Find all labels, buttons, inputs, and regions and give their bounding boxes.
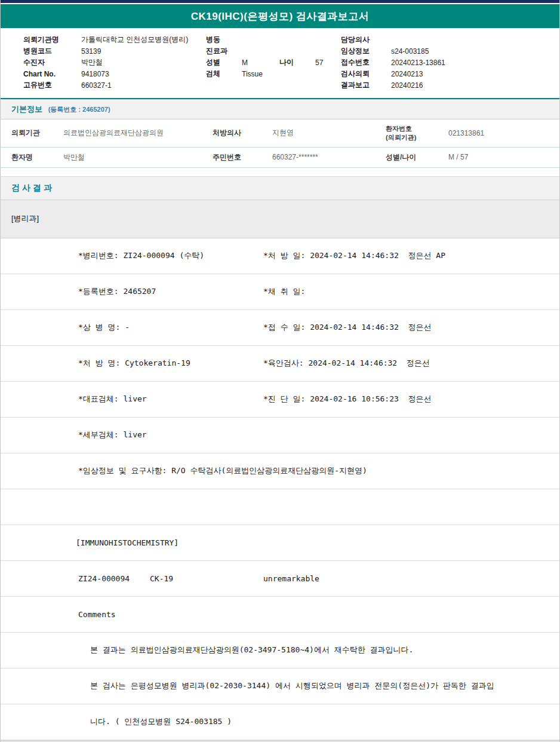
sub-specimen-text: *세부검체: liver — [78, 430, 263, 440]
clinical-info-text: *임상정보 및 요구사항: R/O 수탁검사(의료법인삼광의료재단삼광의원-지현… — [78, 465, 367, 476]
header-left-column: 의뢰기관명 가톨릭대학교 인천성모병원(병리) 병원코드 53139 수진자 박… — [23, 34, 206, 91]
request-date-field: 검사의뢰 20240213 — [341, 68, 552, 79]
report-title: CK19(IHC)(은평성모) 검사결과보고서 — [191, 10, 370, 23]
clinical-info-field: 임상정보 s24-003185 — [341, 45, 552, 57]
comment-text-3: 니다. ( 인천성모병원 S24-003185 ) — [90, 716, 232, 727]
patient-name-value: 박만철 — [57, 147, 207, 167]
chart-no-label: Chart No. — [23, 70, 81, 78]
diagnosis-date-text: *진 단 일: 2024-02-16 10:56:23 정은선 — [263, 394, 559, 404]
department-label: 진료과 — [206, 46, 242, 56]
doctor-label: 담당의사 — [341, 35, 391, 45]
gross-exam-text: *육안검사: 2024-02-14 14:46:32 정은선 — [263, 358, 559, 369]
patient-name-label: 환자명 — [1, 147, 57, 167]
patient-id-label: 환자번호 (의뢰기관) — [380, 119, 442, 147]
request-date-label: 검사의뢰 — [341, 69, 391, 79]
bottom-edge-bar — [1, 740, 559, 742]
sex-value: M — [242, 59, 279, 67]
basic-info-row-2: 환자명 박만철 주민번호 660327-******* 성별/나이 M / 57 — [1, 147, 559, 167]
resident-id-label: 주민번호 — [207, 147, 266, 167]
disease-name-text: *상 병 명: - — [78, 322, 263, 333]
sex-age-row-label: 성별/나이 — [380, 147, 442, 167]
top-window-bar — [1, 0, 559, 3]
row-comment-2: 본 검사는 은평성모병원 병리과(02-2030-3144) 에서 시행되었으며… — [1, 669, 559, 704]
unique-no-label: 고유번호 — [23, 80, 81, 90]
unique-no-value: 660327-1 — [81, 81, 112, 90]
ihc-test-name: CK-19 — [150, 574, 263, 583]
row-empty — [1, 489, 559, 525]
org-name-field: 의뢰기관명 가톨릭대학교 인천성모병원(병리) — [23, 34, 206, 45]
header-right-column: 담당의사 임상정보 s24-003185 접수번호 20240213-13861… — [341, 34, 552, 91]
org-name-label: 의뢰기관명 — [23, 35, 81, 45]
sex-label: 성별 — [206, 57, 242, 68]
request-date-value: 20240213 — [391, 70, 423, 78]
results-section-header: 검 사 결 과 — [1, 176, 559, 200]
basic-info-row-1: 의뢰기관 의료법인삼광의료재단삼광의원 처방의사 지현영 환자번호 (의뢰기관)… — [1, 119, 559, 147]
specimen-label: 검체 — [206, 69, 242, 79]
order-date-text: *처 방 일: 2024-02-14 14:46:32 정은선 AP — [263, 250, 559, 261]
row-disease-name: *상 병 명: - *접 수 일: 2024-02-14 14:46:32 정은… — [1, 310, 559, 346]
report-date-label: 결과보고 — [341, 80, 391, 90]
collection-date-text: *채 취 일: — [263, 286, 559, 297]
row-ihc-header: [IMMUNOHISTOCHEMISTRY] — [1, 525, 559, 561]
hospital-code-value: 53139 — [81, 47, 101, 56]
pathology-department-label: [병리과] — [11, 213, 39, 224]
report-page: CK19(IHC)(은평성모) 검사결과보고서 의뢰기관명 가톨릭대학교 인천성… — [0, 0, 560, 742]
row-comments-label: Comments — [1, 597, 559, 633]
specimen-value: Tissue — [242, 70, 263, 78]
results-title: 검 사 결 과 — [11, 183, 52, 192]
basic-info-section-header: 기본정보 (등록번호 : 2465207) — [1, 99, 559, 119]
row-comment-3: 니다. ( 인천성모병원 S24-003185 ) — [1, 704, 559, 740]
pathology-no-text: *병리번호: ZI24-000094 (수탁) — [78, 250, 263, 261]
row-clinical-info: *임상정보 및 요구사항: R/O 수탁검사(의료법인삼광의료재단삼광의원-지현… — [1, 453, 559, 489]
org-name-value: 가톨릭대학교 인천성모병원(병리) — [81, 35, 188, 45]
basic-info-title: 기본정보 — [11, 105, 42, 114]
sex-age-field: 성별 M 나이 57 — [206, 57, 341, 68]
registration-number: (등록번호 : 2465207) — [48, 106, 110, 113]
header-middle-column: 병동 진료과 성별 M 나이 57 검체 Tissue — [206, 34, 341, 91]
hospital-code-label: 병원코드 — [23, 46, 81, 56]
chart-no-value: 9418073 — [81, 70, 109, 78]
unique-no-field: 고유번호 660327-1 — [23, 79, 206, 91]
doctor-field: 담당의사 — [341, 34, 552, 45]
clinical-info-label: 임상정보 — [341, 46, 391, 56]
basic-info-table: 의뢰기관 의료법인삼광의료재단삼광의원 처방의사 지현영 환자번호 (의뢰기관)… — [1, 119, 559, 168]
row-ihc-result: ZI24-000094 CK-19 unremarkable — [1, 561, 559, 597]
receipt-no-value: 20240213-13861 — [391, 59, 445, 67]
patient-value: 박만철 — [81, 57, 103, 68]
referring-org-value: 의료법인삼광의료재단삼광의원 — [57, 119, 207, 147]
patient-label: 수진자 — [23, 57, 81, 68]
patient-header: 의뢰기관명 가톨릭대학교 인천성모병원(병리) 병원코드 53139 수진자 박… — [1, 28, 559, 98]
row-main-specimen: *대표검체: liver *진 단 일: 2024-02-16 10:56:23… — [1, 382, 559, 418]
clinical-info-value: s24-003185 — [391, 47, 429, 56]
age-label: 나이 — [279, 57, 315, 68]
chart-no-field: Chart No. 9418073 — [23, 68, 206, 79]
department-row: [병리과] — [1, 200, 559, 238]
department-field: 진료과 — [206, 45, 341, 57]
receipt-date-text: *접 수 일: 2024-02-14 14:46:32 정은선 — [263, 322, 559, 333]
report-date-field: 결과보고 20240216 — [341, 79, 552, 91]
prescriber-value: 지현영 — [266, 119, 380, 147]
age-value: 57 — [315, 59, 323, 67]
report-date-value: 20240216 — [391, 81, 423, 90]
resident-id-value: 660327-******* — [266, 147, 380, 167]
referring-org-label: 의뢰기관 — [1, 119, 57, 147]
registration-no-text: *등록번호: 2465207 — [78, 286, 263, 297]
order-name-text: *처 방 명: Cytokeratin-19 — [78, 358, 263, 369]
ward-field: 병동 — [206, 34, 341, 45]
main-specimen-text: *대표검체: liver — [78, 394, 263, 404]
row-comment-1: 본 결과는 의료법인삼광의료재단삼광의원(02-3497-5180~4)에서 재… — [1, 633, 559, 669]
receipt-no-label: 접수번호 — [341, 57, 391, 68]
row-registration-no: *등록번호: 2465207 *채 취 일: — [1, 274, 559, 310]
comment-text-1: 본 결과는 의료법인삼광의료재단삼광의원(02-3497-5180~4)에서 재… — [90, 645, 413, 655]
ihc-header-text: [IMMUNOHISTOCHEMISTRY] — [76, 538, 179, 547]
comment-text-2: 본 검사는 은평성모병원 병리과(02-2030-3144) 에서 시행되었으며… — [90, 680, 494, 691]
row-pathology-no: *병리번호: ZI24-000094 (수탁) *처 방 일: 2024-02-… — [1, 238, 559, 274]
row-order-name: *처 방 명: Cytokeratin-19 *육안검사: 2024-02-14… — [1, 346, 559, 382]
patient-field: 수진자 박만철 — [23, 57, 206, 68]
patient-id-value: 021313861 — [442, 119, 559, 147]
ward-label: 병동 — [206, 35, 242, 45]
ihc-result-value: unremarkable — [263, 574, 319, 583]
sex-age-row-value: M / 57 — [442, 147, 559, 167]
report-title-bar: CK19(IHC)(은평성모) 검사결과보고서 — [1, 4, 559, 28]
comments-label: Comments — [78, 610, 116, 619]
